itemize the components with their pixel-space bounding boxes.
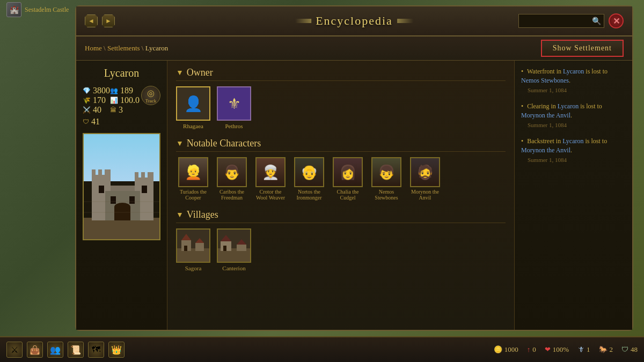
notable-card[interactable]: 👦 Nemos Stewbones (369, 157, 404, 201)
notable-face: 👳 (262, 164, 279, 181)
owner-section: ▼ Owner 👤 Rhagaea ⚜ Pethros (176, 67, 506, 129)
castle-name: Sestadelm Castle (25, 6, 69, 14)
food-change-icon: 📊 (110, 97, 118, 105)
cavalry-icon: 🐎 (599, 345, 608, 354)
breadcrumb-home[interactable]: Home (85, 44, 102, 52)
news-location-link[interactable]: Lycaron (562, 137, 583, 145)
show-settlement-button[interactable]: Show Settlement (541, 40, 624, 57)
village-card[interactable]: Canterion (217, 228, 251, 271)
svg-rect-8 (141, 172, 145, 180)
troops-bottom: 1 (587, 345, 590, 354)
stat-prosperity: 💎 3800 (83, 86, 110, 95)
notable-name: Nemos Stewbones (369, 189, 404, 201)
close-button[interactable]: ✕ (609, 13, 624, 28)
news-location-link[interactable]: Lycaron (563, 68, 584, 75)
track-button[interactable]: ◎ Track (141, 86, 160, 105)
news-person-link[interactable]: Morynon the Anvil (521, 112, 570, 119)
owner-face: 👤 (177, 87, 209, 120)
news-location-link[interactable]: Lycaron (558, 102, 579, 110)
owner-arrow: ▼ (176, 69, 184, 77)
svg-marker-22 (181, 234, 191, 240)
owner-card[interactable]: 👤 Rhagaea (176, 86, 210, 129)
owner-section-header: ▼ Owner (176, 67, 506, 81)
stat-militia: ⚔️ 40 (83, 105, 110, 115)
gold-stat: 🪙 1000 (494, 345, 518, 354)
notable-face: 🧔 (416, 164, 434, 181)
villages-section: ▼ Villages Sagora Canterion (176, 209, 506, 271)
title-decoration: Encyclopedia (295, 14, 413, 28)
news-text: Waterfront in Lycaron is lost to Nemos S… (521, 68, 608, 84)
inventory-icon[interactable]: ⚔ (6, 342, 23, 358)
heart-icon: ❤ (545, 345, 551, 354)
bag-icon[interactable]: 👜 (27, 342, 43, 358)
garrison-value: 41 (91, 117, 100, 127)
notable-card[interactable]: 👴 Nortos the Ironmonger (292, 157, 326, 201)
notable-card[interactable]: 👨 Caribos the Freedman (215, 157, 249, 201)
village-name: Sagora (185, 265, 202, 271)
search-wrapper: 🔍 (518, 14, 604, 28)
forward-button[interactable]: ► (102, 14, 115, 27)
notable-face: 👩 (339, 164, 356, 181)
breadcrumb-row: Home \ Settlements \ Lycaron Show Settle… (76, 36, 632, 61)
stat-food: 🌾 170 (83, 95, 110, 105)
track-label: Track (145, 98, 157, 104)
village-figures: Sagora Canterion (176, 228, 506, 271)
breadcrumb-sep1: \ (102, 44, 107, 52)
troops-stat: 🗡 1 (577, 345, 590, 354)
news-bullet: • (521, 68, 523, 75)
news-person-link[interactable]: Nemos Stewbones (521, 77, 569, 84)
kingdom-icon[interactable]: 👑 (108, 342, 125, 358)
settlement-name: Lycaron (83, 67, 160, 79)
infantry-stat: 🛡 48 (621, 345, 638, 354)
village-name: Canterion (222, 265, 245, 271)
notable-name: Crotor the Wool Weaver (253, 189, 288, 201)
settlement-image (83, 133, 160, 240)
notable-card[interactable]: 👳 Crotor the Wool Weaver (253, 157, 288, 201)
militia-icon: ⚔️ (83, 106, 91, 114)
militia-value: 40 (93, 105, 101, 115)
infantry-value: 48 (631, 345, 638, 354)
svg-marker-29 (237, 239, 246, 245)
castle-icon: 🏰 (6, 2, 21, 17)
svg-rect-0 (84, 218, 160, 239)
prosperity-value: 3800 (93, 86, 110, 95)
breadcrumb-settlements[interactable]: Settlements (107, 44, 140, 52)
news-person-link[interactable]: Morynon the Anvil (521, 146, 570, 154)
owner-name: Rhagaea (183, 123, 203, 129)
party-icon[interactable]: 👥 (47, 342, 63, 358)
notable-card[interactable]: 👱 Turiados the Cooper (176, 157, 210, 201)
food-value: 170 (93, 95, 106, 105)
village-card[interactable]: Sagora (176, 228, 210, 271)
owner-figures: 👤 Rhagaea ⚜ Pethros (176, 86, 506, 129)
svg-marker-23 (195, 238, 204, 243)
encyclopedia-title: Encyclopedia (316, 14, 393, 28)
navigation-arrows: ◄ ► (85, 14, 115, 27)
skills-icon[interactable]: 📜 (68, 342, 84, 358)
notable-figures: 👱 Turiados the Cooper 👨 Caribos the Free… (176, 157, 506, 201)
troops-value: 189 (120, 86, 133, 95)
svg-rect-14 (142, 186, 147, 193)
news-text: Clearing in Lycaron is lost to Morynon t… (521, 102, 602, 119)
svg-rect-30 (223, 246, 226, 251)
news-date: Summer 1, 1084 (528, 121, 626, 129)
svg-rect-13 (99, 186, 104, 193)
faction-name: Pethros (225, 123, 243, 129)
notable-card[interactable]: 🧔 Morynon the Anvil (408, 157, 442, 201)
soldier-icon: 🗡 (577, 345, 584, 354)
cavalry-stat: 🐎 2 (599, 345, 613, 354)
stat-food-change: 📊 100.0 (110, 95, 140, 105)
notable-portrait: 👳 (255, 157, 286, 187)
food-change-value: 100.0 (120, 95, 140, 105)
map-icon[interactable]: 🗺 (88, 342, 104, 358)
breadcrumb: Home \ Settlements \ Lycaron (85, 44, 168, 53)
news-text: Backstreet in Lycaron is lost to Morynon… (521, 137, 607, 154)
news-bullet: • (521, 102, 523, 110)
panel-header: ◄ ► Encyclopedia 🔍 ✕ (76, 6, 632, 36)
breadcrumb-sep2: \ (140, 44, 145, 52)
right-ornament (397, 19, 413, 23)
search-input[interactable] (518, 14, 604, 28)
village-image (176, 228, 210, 263)
faction-card[interactable]: ⚜ Pethros (217, 86, 251, 129)
back-button[interactable]: ◄ (85, 14, 98, 27)
notable-card[interactable]: 👩 Chalia the Cudgel (331, 157, 365, 201)
